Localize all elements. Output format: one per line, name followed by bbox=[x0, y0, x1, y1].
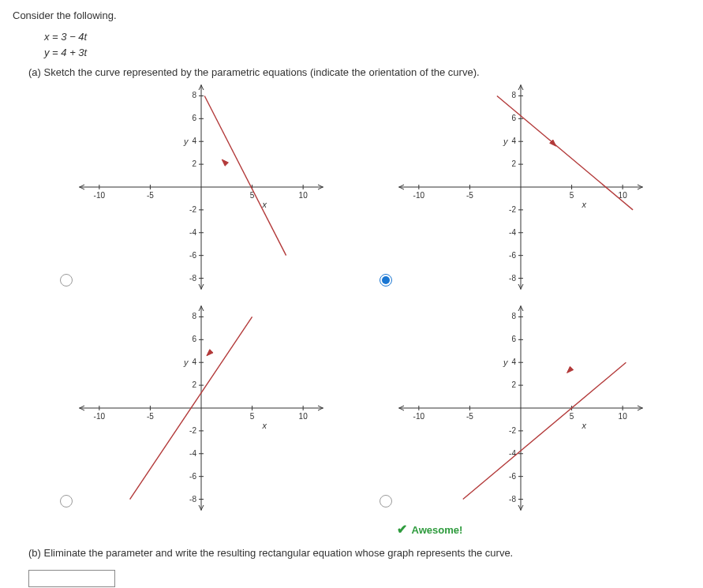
svg-text:-2: -2 bbox=[509, 205, 516, 214]
svg-text:-5: -5 bbox=[466, 191, 473, 200]
svg-text:2: 2 bbox=[192, 380, 196, 389]
svg-text:-6: -6 bbox=[189, 251, 196, 260]
check-icon: ✔ bbox=[397, 523, 407, 536]
svg-text:-6: -6 bbox=[509, 472, 516, 481]
svg-text:5: 5 bbox=[569, 412, 574, 421]
option-d: -10-5510-8-6-4-22468xy ✔ Awesome! bbox=[380, 305, 691, 536]
svg-text:x: x bbox=[581, 421, 586, 430]
radio-d[interactable] bbox=[380, 495, 392, 507]
svg-text:8: 8 bbox=[192, 91, 196, 99]
feedback-row: ✔ Awesome! bbox=[397, 523, 463, 536]
svg-text:8: 8 bbox=[511, 91, 516, 99]
svg-text:8: 8 bbox=[511, 312, 516, 320]
equation-y: y = 4 + 3t bbox=[44, 45, 690, 61]
answer-input[interactable] bbox=[28, 570, 115, 587]
svg-text:6: 6 bbox=[511, 114, 516, 122]
svg-text:-10: -10 bbox=[413, 191, 424, 200]
option-c: -10-5510-8-6-4-22468xy bbox=[60, 305, 372, 536]
svg-text:6: 6 bbox=[511, 335, 516, 343]
svg-text:-5: -5 bbox=[466, 412, 473, 421]
svg-text:4: 4 bbox=[511, 358, 516, 366]
feedback-text: Awesome! bbox=[412, 524, 463, 536]
graph-c: -10-5510-8-6-4-22468xy bbox=[79, 305, 323, 511]
equations-block: x = 3 − 4t y = 4 + 3t bbox=[44, 29, 690, 60]
option-a: -10-5510-8-6-4-22468xy bbox=[60, 84, 372, 290]
svg-text:y: y bbox=[503, 137, 509, 146]
graph-d: -10-5510-8-6-4-22468xy bbox=[398, 305, 643, 511]
svg-text:2: 2 bbox=[192, 159, 196, 168]
svg-text:x: x bbox=[262, 421, 267, 430]
svg-text:5: 5 bbox=[569, 191, 574, 200]
options-grid: -10-5510-8-6-4-22468xy -10-5510-8-6-4-22… bbox=[60, 84, 690, 536]
svg-text:-5: -5 bbox=[147, 191, 154, 200]
graph-b: -10-5510-8-6-4-22468xy bbox=[398, 84, 643, 290]
svg-text:x: x bbox=[581, 200, 586, 209]
svg-text:5: 5 bbox=[250, 412, 255, 421]
svg-text:-4: -4 bbox=[509, 228, 516, 237]
svg-text:6: 6 bbox=[192, 114, 196, 122]
svg-text:-10: -10 bbox=[413, 412, 424, 421]
svg-text:x: x bbox=[262, 200, 267, 209]
svg-text:-4: -4 bbox=[189, 449, 196, 458]
svg-marker-119 bbox=[567, 366, 573, 373]
svg-text:-8: -8 bbox=[189, 495, 196, 504]
svg-text:-4: -4 bbox=[509, 449, 516, 458]
svg-marker-89 bbox=[207, 350, 213, 356]
svg-text:10: 10 bbox=[299, 412, 308, 421]
part-b-text: (b) Eliminate the parameter and write th… bbox=[28, 547, 690, 559]
svg-text:-8: -8 bbox=[189, 274, 196, 283]
svg-text:-10: -10 bbox=[94, 412, 106, 421]
svg-text:-2: -2 bbox=[189, 426, 196, 435]
svg-text:-4: -4 bbox=[189, 228, 196, 237]
svg-text:-2: -2 bbox=[509, 426, 516, 435]
svg-text:2: 2 bbox=[511, 159, 516, 168]
svg-marker-29 bbox=[222, 159, 228, 166]
radio-b[interactable] bbox=[380, 274, 392, 287]
svg-text:4: 4 bbox=[192, 137, 196, 145]
radio-c[interactable] bbox=[60, 495, 73, 507]
svg-text:-6: -6 bbox=[189, 472, 196, 481]
svg-text:-8: -8 bbox=[509, 495, 516, 504]
equation-x: x = 3 − 4t bbox=[44, 29, 690, 45]
svg-text:10: 10 bbox=[618, 412, 627, 421]
svg-text:4: 4 bbox=[511, 137, 516, 145]
svg-line-58 bbox=[496, 96, 632, 209]
svg-text:y: y bbox=[183, 358, 189, 367]
svg-line-28 bbox=[204, 96, 286, 255]
svg-text:-8: -8 bbox=[509, 274, 516, 283]
svg-text:4: 4 bbox=[192, 358, 196, 366]
part-a-text: (a) Sketch the curve represented by the … bbox=[28, 66, 690, 78]
svg-text:-10: -10 bbox=[94, 191, 106, 200]
svg-text:10: 10 bbox=[299, 191, 308, 200]
svg-text:y: y bbox=[503, 358, 509, 367]
graph-a: -10-5510-8-6-4-22468xy bbox=[79, 84, 323, 290]
svg-text:-6: -6 bbox=[509, 251, 516, 260]
option-b: -10-5510-8-6-4-22468xy bbox=[380, 84, 691, 290]
svg-text:8: 8 bbox=[192, 312, 196, 320]
svg-text:-5: -5 bbox=[147, 412, 154, 421]
svg-text:6: 6 bbox=[192, 335, 196, 343]
svg-line-118 bbox=[462, 362, 626, 499]
svg-text:y: y bbox=[183, 137, 189, 146]
svg-text:-2: -2 bbox=[189, 205, 196, 214]
svg-text:2: 2 bbox=[511, 380, 516, 389]
radio-a[interactable] bbox=[60, 274, 73, 287]
prompt-text: Consider the following. bbox=[13, 9, 690, 21]
